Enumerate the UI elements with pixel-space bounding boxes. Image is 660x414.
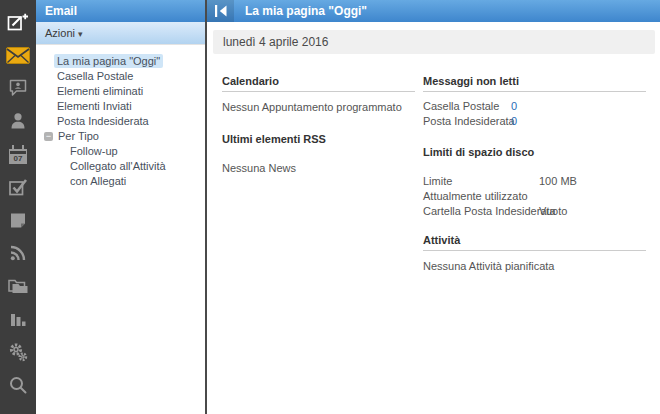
disk-row-label: Limite [423,174,539,189]
folder-item-label: Elementi eliminati [54,84,146,98]
actions-dropdown-label: Azioni [45,27,75,39]
folder-group-per-tipo[interactable]: − Per Tipo [36,129,205,144]
disk-rows: Limite 100 MB Attualmente utilizzato Car… [423,174,646,219]
disk-row-label: Cartella Posta Indesiderata [423,204,539,219]
folders-icon [7,276,29,296]
today-left-column: Calendario Nessun Appuntamento programma… [222,75,415,273]
app-rail: 07 [0,0,36,414]
contacts-nav-button[interactable] [6,110,30,132]
today-right-column: Messaggi non letti Casella Postale 0 Pos… [423,75,646,273]
disk-row-label: Attualmente utilizzato [423,189,539,204]
disk-row-value: Vuoto [539,204,567,219]
disk-row-junk-folder: Cartella Posta Indesiderata Vuoto [423,204,646,219]
rss-nav-button[interactable] [6,242,30,264]
mail-nav-button[interactable] [6,44,30,66]
tasks-section-title: Attività [423,234,646,251]
calendar-section-title: Calendario [222,75,415,92]
collapse-left-icon [213,4,229,18]
unread-row-junk: Posta Indesiderata 0 [423,114,646,129]
settings-gears-icon [8,342,28,362]
search-icon [8,375,28,395]
compose-icon [7,12,29,32]
unread-count-link[interactable]: 0 [511,99,517,114]
search-button[interactable] [6,374,30,396]
folders-nav-button[interactable] [6,275,30,297]
stats-nav-button[interactable] [6,308,30,330]
rss-section-title: Ultimi elementi RSS [222,133,415,145]
panel-title: Email [36,0,205,22]
folder-item-with-attachments[interactable]: con Allegati [36,174,205,189]
page-title: La mia pagina "Oggi" [245,4,367,18]
main-area: La mia pagina "Oggi" lunedì 4 aprile 201… [207,0,660,414]
folder-item-task-linked[interactable]: Collegato all'Attività [36,159,205,174]
folder-item-today-page[interactable]: La mia pagina "Oggi" [36,54,205,69]
disk-row-used: Attualmente utilizzato [423,189,646,204]
stats-icon [8,309,28,329]
tasks-icon [8,177,28,197]
disk-row-limit: Limite 100 MB [423,174,646,189]
folder-item-label: Follow-up [70,145,118,157]
unread-row-inbox: Casella Postale 0 [423,99,646,114]
compose-button[interactable] [6,11,30,33]
folder-group-label: Per Tipo [58,129,99,144]
folder-item-label: Collegato all'Attività [70,160,166,172]
folder-item-junk[interactable]: Posta Indesiderata [36,114,205,129]
calendar-day-label: 07 [10,154,26,163]
unread-count-link[interactable]: 0 [511,114,517,129]
folder-panel: Email Azioni▾ La mia pagina "Oggi" Casel… [36,0,205,414]
collapse-minus-icon[interactable]: − [44,132,53,141]
settings-button[interactable] [6,341,30,363]
chevron-down-icon: ▾ [78,29,83,39]
calendar-nav-button[interactable]: 07 [6,143,30,165]
date-bar: lunedì 4 aprile 2016 [213,30,655,54]
notes-icon [8,210,28,230]
folder-item-label: con Allegati [70,175,126,187]
folder-list: La mia pagina "Oggi" Casella Postale Ele… [36,45,205,189]
folder-item-label: Casella Postale [54,69,136,83]
folder-item-label: Posta Indesiderata [54,114,152,128]
calendar-empty-text: Nessun Appuntamento programmato [222,101,415,114]
actions-dropdown[interactable]: Azioni▾ [36,22,205,45]
notes-nav-button[interactable] [6,209,30,231]
folder-item-label: La mia pagina "Oggi" [54,54,163,68]
contacts-icon [8,111,28,131]
mail-icon [6,47,30,64]
tasks-empty-text: Nessuna Attività pianificata [423,260,646,273]
folder-item-sent[interactable]: Elementi Inviati [36,99,205,114]
calendar-icon: 07 [9,149,27,164]
tasks-nav-button[interactable] [6,176,30,198]
disk-section-title: Limiti di spazio disco [423,146,646,158]
chat-icon [8,78,28,98]
unread-section-title: Messaggi non letti [423,75,646,92]
rss-empty-text: Nessuna News [222,162,415,175]
folder-item-inbox[interactable]: Casella Postale [36,69,205,84]
collapse-sidebar-button[interactable] [207,0,234,22]
unread-row-label: Casella Postale [423,99,511,114]
chat-nav-button[interactable] [6,77,30,99]
unread-row-label: Posta Indesiderata [423,114,511,129]
today-content: Calendario Nessun Appuntamento programma… [207,54,660,273]
folder-item-deleted[interactable]: Elementi eliminati [36,84,205,99]
folder-item-followup[interactable]: Follow-up [36,144,205,159]
disk-row-value: 100 MB [539,174,577,189]
rss-icon [8,243,28,263]
main-header: La mia pagina "Oggi" [207,0,660,22]
unread-rows: Casella Postale 0 Posta Indesiderata 0 [423,99,646,129]
folder-item-label: Elementi Inviati [54,99,135,113]
